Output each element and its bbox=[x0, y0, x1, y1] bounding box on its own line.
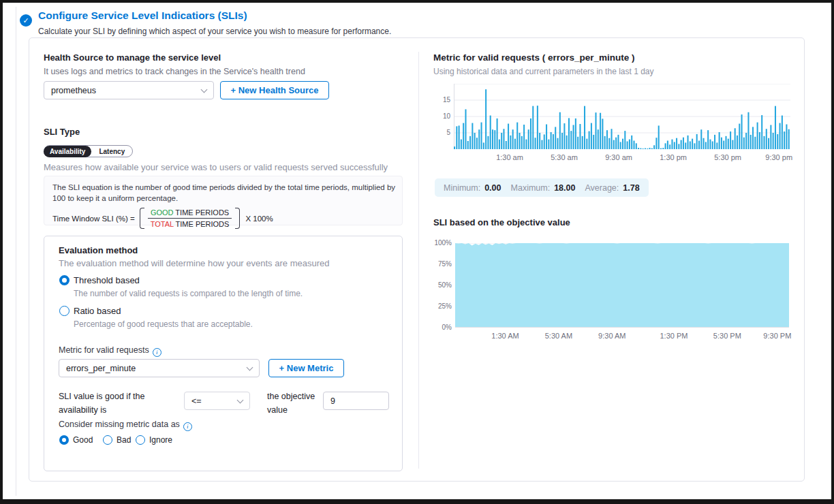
tab-latency[interactable]: Latency bbox=[91, 146, 132, 157]
metric-chart-title: Metric for valid requests ( errors_per_m… bbox=[433, 52, 635, 63]
metric-chart-y-axis: 15105 bbox=[437, 81, 450, 164]
bad-label: Bad bbox=[117, 435, 131, 445]
info-icon[interactable]: i bbox=[153, 348, 161, 357]
sli-type-toggle: Availability Latency bbox=[44, 145, 133, 157]
operator-value: <= bbox=[191, 396, 202, 406]
metric-select-value: errors_per_minute bbox=[66, 364, 136, 373]
equation-prefix: Time Window SLI (%) = bbox=[52, 215, 135, 223]
sli-condition-prefix: SLI value is good if the availability is bbox=[59, 390, 183, 417]
good-label: Good bbox=[73, 435, 93, 445]
x-axis-label: 9:30 PM bbox=[757, 332, 798, 340]
operator-select[interactable]: <= bbox=[184, 392, 250, 410]
new-health-source-button[interactable]: + New Health Source bbox=[220, 81, 329, 99]
panel-divider bbox=[418, 52, 419, 469]
ignore-label: Ignore bbox=[149, 435, 172, 445]
info-icon[interactable]: i bbox=[183, 422, 192, 431]
average-label: Average: bbox=[585, 183, 619, 193]
y-axis-label: 15 bbox=[443, 96, 450, 104]
x-axis-label: 5:30 pm bbox=[707, 153, 748, 161]
sli-condition-middle: the objective value bbox=[267, 390, 328, 417]
bad-radio[interactable] bbox=[103, 435, 112, 445]
sli-type-description: Measures how available your service was … bbox=[44, 162, 388, 172]
ratio-radio[interactable] bbox=[59, 306, 70, 316]
metric-valid-requests-label: Metric for valid requestsi bbox=[59, 345, 161, 357]
page-title: Configure Service Level Indicatiors (SLI… bbox=[38, 10, 247, 22]
maximum-value: 18.00 bbox=[554, 183, 575, 193]
maximum-label: Maximum: bbox=[511, 183, 551, 193]
metric-chart-plot bbox=[454, 84, 790, 149]
page-subtitle: Calculate your SLI by defining which asp… bbox=[38, 27, 391, 36]
sli-chart-plot bbox=[455, 243, 789, 328]
chevron-down-icon bbox=[237, 396, 244, 403]
evaluation-method-title: Evaluation method bbox=[59, 245, 138, 255]
denominator-rest: TIME PERIODS bbox=[174, 220, 230, 228]
missing-label-text: Consider missing metric data as bbox=[59, 420, 180, 429]
y-axis-label: 25% bbox=[438, 302, 452, 310]
ignore-radio[interactable] bbox=[136, 435, 145, 445]
ratio-based-option[interactable]: Ratio based bbox=[59, 306, 121, 316]
bracket-right bbox=[235, 208, 240, 229]
sli-configuration-page: ✓ Configure Service Level Indicatiors (S… bbox=[0, 0, 834, 504]
missing-bad-option[interactable]: Bad bbox=[103, 435, 131, 445]
threshold-based-option[interactable]: Threshold based bbox=[59, 275, 140, 285]
ratio-description: Percentage of good requests that are acc… bbox=[74, 319, 253, 329]
ratio-label: Ratio based bbox=[74, 306, 121, 316]
step-complete-check-icon: ✓ bbox=[20, 14, 32, 27]
x-axis-label: 1:30 AM bbox=[485, 332, 526, 340]
sli-chart-y-axis: 100%75%50%25%0% bbox=[434, 239, 452, 343]
health-source-subtitle: It uses logs and metrics to track change… bbox=[44, 67, 305, 76]
health-source-title: Health Source to manage the service leve… bbox=[44, 52, 221, 63]
sli-equation-box: The SLI equation is the number of good t… bbox=[44, 176, 403, 225]
minimum-value: 0.00 bbox=[484, 183, 501, 193]
health-source-select[interactable]: prometheus bbox=[44, 81, 214, 99]
metric-label-text: Metric for valid requests bbox=[59, 345, 149, 355]
y-axis-label: 10 bbox=[443, 112, 450, 120]
threshold-radio[interactable] bbox=[59, 275, 70, 285]
bracket-left bbox=[140, 208, 144, 229]
sli-equation-formula: Time Window SLI (%) = GOOD TIME PERIODS … bbox=[52, 208, 394, 229]
evaluation-method-box: Evaluation method The evaluation method … bbox=[44, 236, 403, 471]
total-periods-label: TOTAL bbox=[151, 220, 174, 228]
x-axis-label: 5:30 am bbox=[544, 153, 585, 161]
average-value: 1.78 bbox=[623, 183, 639, 193]
x-axis-label: 9:30 am bbox=[598, 153, 639, 161]
equation-suffix: X 100% bbox=[245, 215, 273, 223]
x-axis-label: 1:30 pm bbox=[653, 153, 694, 161]
metric-stats: Minimum: 0.00 Maximum: 18.00 Average: 1.… bbox=[435, 178, 649, 197]
chevron-down-icon bbox=[201, 86, 208, 93]
sli-equation-text: The SLI equation is the number of good t… bbox=[52, 183, 397, 204]
sli-chart-title: SLI based on the objective value bbox=[433, 217, 570, 227]
minimum-label: Minimum: bbox=[444, 183, 480, 193]
tab-availability[interactable]: Availability bbox=[44, 146, 91, 157]
missing-ignore-option[interactable]: Ignore bbox=[136, 435, 172, 445]
sli-config-card: Health Source to manage the service leve… bbox=[29, 37, 805, 482]
sli-chart-x-axis: 1:30 AM5:30 AM9:30 AM1:30 PM5:30 PM9:30 … bbox=[455, 332, 789, 341]
y-axis-label: 5 bbox=[446, 129, 450, 136]
y-axis-label: 0% bbox=[442, 324, 452, 331]
objective-value-input[interactable] bbox=[323, 392, 389, 410]
x-axis-label: 5:30 PM bbox=[707, 332, 747, 340]
x-axis-label: 1:30 am bbox=[489, 153, 530, 161]
sli-objective-chart: 100%75%50%25%0% 1:30 AM5:30 AM9:30 AM1:3… bbox=[434, 239, 794, 343]
metric-select[interactable]: errors_per_minute bbox=[59, 359, 260, 377]
metric-chart-x-axis: 1:30 am5:30 am9:30 am1:30 pm5:30 pm9:30 … bbox=[454, 153, 790, 163]
good-periods-label: GOOD bbox=[151, 208, 174, 217]
metric-chart-subtitle: Using historical data and current parame… bbox=[433, 67, 654, 76]
missing-data-label: Consider missing metric data asi bbox=[59, 420, 192, 431]
y-axis-label: 100% bbox=[434, 239, 452, 247]
missing-good-option[interactable]: Good bbox=[59, 435, 93, 445]
chevron-down-icon bbox=[247, 364, 253, 371]
x-axis-label: 1:30 PM bbox=[653, 332, 694, 340]
numerator-rest: TIME PERIODS bbox=[174, 208, 230, 217]
wizard-step-connector bbox=[16, 7, 16, 496]
new-metric-button[interactable]: + New Metric bbox=[268, 359, 344, 377]
equation-fraction: GOOD TIME PERIODS TOTAL TIME PERIODS bbox=[144, 208, 236, 229]
y-axis-label: 75% bbox=[438, 260, 452, 268]
y-axis-label: 50% bbox=[438, 281, 452, 289]
good-radio[interactable] bbox=[59, 435, 69, 445]
sli-type-title: SLI Type bbox=[44, 127, 80, 137]
x-axis-label: 9:30 pm bbox=[758, 153, 799, 161]
x-axis-label: 5:30 AM bbox=[538, 332, 579, 340]
evaluation-method-subtitle: The evaluation method will determine how… bbox=[59, 258, 329, 268]
health-source-select-value: prometheus bbox=[51, 86, 96, 95]
